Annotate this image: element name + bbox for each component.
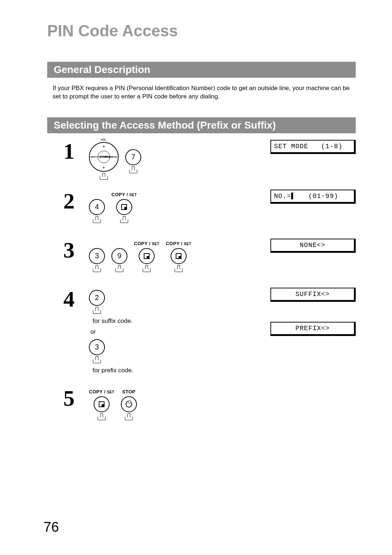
copy-set-label: COPY / SET [89,389,114,395]
press-icon [92,357,102,364]
general-description-text: If your PBX requires a PIN (Personal Ide… [53,84,356,101]
lcd-display: SUFFIX<> [270,288,356,302]
press-icon [97,414,106,421]
copy-set-label: COPY / SET [134,241,159,247]
press-icon [115,266,124,273]
copy-set-button-icon [116,199,132,215]
press-icon [142,266,151,273]
step-number: 2 [56,190,82,212]
step-5: 5 COPY / SET STOP [56,387,356,427]
press-icon [99,174,109,181]
press-icon [92,308,102,315]
page-title: PIN Code Access [47,22,356,40]
press-icon [124,414,134,421]
step-number: 5 [56,387,82,409]
lcd-display: SET MODE (1-8) [270,140,356,154]
lcd-display: NONE<> [270,239,356,253]
keypad-2-icon: 2 [89,290,105,306]
or-caption: or [90,328,270,336]
keypad-4-icon: 4 [89,199,105,215]
press-icon [92,266,102,273]
lcd-display: NO.=▌ (01-99) [270,190,356,204]
copy-set-label: COPY / SET [166,241,191,247]
section-general-description: General Description [47,62,356,78]
press-icon [92,217,102,224]
step-4: 4 2 for suffix code. or 3 for prefix co [56,288,356,378]
step-1: 1 VOL. ▲ ▼ DIRECTORY SEARCH FUNCTION STA… [56,140,356,181]
copy-set-button-icon [139,248,155,264]
copy-set-button-icon [94,396,110,412]
step-number: 1 [56,140,82,162]
stop-button-icon [121,396,137,412]
keypad-7-icon: 7 [125,149,141,165]
lcd-display: PREFIX<> [270,322,356,336]
keypad-3-icon: 3 [89,248,105,264]
step-3: 3 3 9 COPY / SET [56,239,356,279]
step-2: 2 4 COPY / SET NO.=▌ (01-99) [56,190,356,230]
copy-set-label: COPY / SET [111,192,137,198]
step-number: 3 [56,239,82,261]
suffix-caption: for suffix code. [93,317,270,325]
press-icon [119,217,129,224]
stop-label: STOP [122,389,135,395]
nav-control-ring-icon: VOL. ▲ ▼ DIRECTORY SEARCH FUNCTION START [89,142,119,172]
keypad-9-icon: 9 [111,248,127,264]
press-icon [174,266,183,273]
step-number: 4 [56,288,82,310]
prefix-caption: for prefix code. [93,367,270,374]
press-icon [128,167,138,174]
page-number: 76 [44,519,59,535]
copy-set-button-icon [171,248,187,264]
section-selecting-access-method: Selecting the Access Method (Prefix or S… [47,117,356,133]
keypad-3-icon: 3 [89,339,105,355]
